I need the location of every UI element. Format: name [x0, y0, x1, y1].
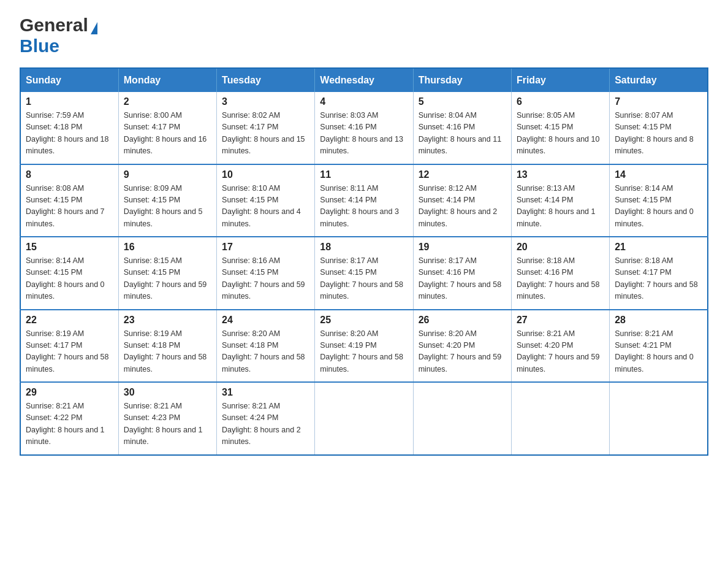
day-info: Sunrise: 8:18 AMSunset: 4:17 PMDaylight:…: [615, 256, 698, 301]
weekday-header-monday: Monday: [118, 68, 216, 92]
day-number: 6: [517, 96, 604, 107]
day-info: Sunrise: 8:07 AMSunset: 4:15 PMDaylight:…: [615, 111, 694, 155]
calendar-week-3: 15 Sunrise: 8:14 AMSunset: 4:15 PMDaylig…: [20, 237, 708, 310]
calendar-week-5: 29 Sunrise: 8:21 AMSunset: 4:22 PMDaylig…: [20, 382, 708, 455]
day-info: Sunrise: 8:08 AMSunset: 4:15 PMDaylight:…: [26, 184, 105, 228]
day-info: Sunrise: 8:02 AMSunset: 4:17 PMDaylight:…: [222, 111, 305, 155]
day-number: 1: [26, 96, 113, 107]
calendar-cell: 19 Sunrise: 8:17 AMSunset: 4:16 PMDaylig…: [413, 237, 511, 310]
calendar-cell: 31 Sunrise: 8:21 AMSunset: 4:24 PMDaylig…: [217, 382, 315, 455]
day-number: 2: [124, 96, 211, 107]
calendar-cell: 16 Sunrise: 8:15 AMSunset: 4:15 PMDaylig…: [118, 237, 216, 310]
calendar-cell: 20 Sunrise: 8:18 AMSunset: 4:16 PMDaylig…: [511, 237, 609, 310]
calendar-cell: 7 Sunrise: 8:07 AMSunset: 4:15 PMDayligh…: [610, 92, 708, 164]
day-info: Sunrise: 8:19 AMSunset: 4:17 PMDaylight:…: [26, 329, 109, 373]
calendar-week-2: 8 Sunrise: 8:08 AMSunset: 4:15 PMDayligh…: [20, 164, 708, 237]
weekday-header-friday: Friday: [511, 68, 609, 92]
day-info: Sunrise: 8:14 AMSunset: 4:15 PMDaylight:…: [26, 256, 105, 301]
calendar-cell: 11 Sunrise: 8:11 AMSunset: 4:14 PMDaylig…: [315, 164, 413, 237]
calendar-week-4: 22 Sunrise: 8:19 AMSunset: 4:17 PMDaylig…: [20, 310, 708, 383]
day-info: Sunrise: 8:04 AMSunset: 4:16 PMDaylight:…: [419, 111, 502, 155]
day-info: Sunrise: 8:16 AMSunset: 4:15 PMDaylight:…: [222, 256, 305, 301]
day-info: Sunrise: 8:15 AMSunset: 4:15 PMDaylight:…: [124, 256, 207, 301]
day-number: 30: [124, 387, 211, 398]
calendar-table: SundayMondayTuesdayWednesdayThursdayFrid…: [20, 67, 708, 456]
calendar-header-row: SundayMondayTuesdayWednesdayThursdayFrid…: [20, 68, 708, 92]
day-info: Sunrise: 8:21 AMSunset: 4:23 PMDaylight:…: [124, 402, 203, 446]
day-info: Sunrise: 8:14 AMSunset: 4:15 PMDaylight:…: [615, 184, 694, 228]
weekday-header-wednesday: Wednesday: [315, 68, 413, 92]
calendar-cell: 5 Sunrise: 8:04 AMSunset: 4:16 PMDayligh…: [413, 92, 511, 164]
day-info: Sunrise: 8:12 AMSunset: 4:14 PMDaylight:…: [419, 184, 498, 228]
day-info: Sunrise: 8:17 AMSunset: 4:16 PMDaylight:…: [419, 256, 502, 301]
day-number: 23: [124, 315, 211, 326]
logo-general-text: General: [20, 15, 88, 36]
day-info: Sunrise: 8:11 AMSunset: 4:14 PMDaylight:…: [320, 184, 399, 228]
calendar-cell: 25 Sunrise: 8:20 AMSunset: 4:19 PMDaylig…: [315, 310, 413, 383]
weekday-header-thursday: Thursday: [413, 68, 511, 92]
day-number: 15: [26, 242, 113, 253]
day-info: Sunrise: 8:03 AMSunset: 4:16 PMDaylight:…: [320, 111, 403, 155]
calendar-cell: 13 Sunrise: 8:13 AMSunset: 4:14 PMDaylig…: [511, 164, 609, 237]
day-info: Sunrise: 8:19 AMSunset: 4:18 PMDaylight:…: [124, 329, 207, 373]
day-number: 18: [320, 242, 408, 253]
day-number: 10: [222, 169, 309, 180]
logo-blue-text: Blue: [20, 36, 59, 56]
calendar-cell: [511, 382, 609, 455]
day-number: 8: [26, 169, 113, 180]
calendar-cell: 30 Sunrise: 8:21 AMSunset: 4:23 PMDaylig…: [118, 382, 216, 455]
calendar-cell: 28 Sunrise: 8:21 AMSunset: 4:21 PMDaylig…: [610, 310, 708, 383]
day-number: 16: [124, 242, 211, 253]
day-number: 21: [615, 242, 702, 253]
day-number: 12: [419, 169, 506, 180]
calendar-cell: 2 Sunrise: 8:00 AMSunset: 4:17 PMDayligh…: [118, 92, 216, 164]
page-header: General Blue: [20, 15, 708, 56]
day-info: Sunrise: 8:21 AMSunset: 4:21 PMDaylight:…: [615, 329, 694, 373]
calendar-cell: 4 Sunrise: 8:03 AMSunset: 4:16 PMDayligh…: [315, 92, 413, 164]
day-number: 14: [615, 169, 702, 180]
day-number: 20: [517, 242, 604, 253]
day-number: 24: [222, 315, 309, 326]
calendar-cell: 8 Sunrise: 8:08 AMSunset: 4:15 PMDayligh…: [20, 164, 118, 237]
day-info: Sunrise: 7:59 AMSunset: 4:18 PMDaylight:…: [26, 111, 109, 155]
calendar-cell: 3 Sunrise: 8:02 AMSunset: 4:17 PMDayligh…: [217, 92, 315, 164]
day-number: 26: [419, 315, 506, 326]
logo: General Blue: [20, 15, 97, 56]
day-number: 25: [320, 315, 408, 326]
calendar-cell: [610, 382, 708, 455]
calendar-cell: 1 Sunrise: 7:59 AMSunset: 4:18 PMDayligh…: [20, 92, 118, 164]
day-number: 4: [320, 96, 408, 107]
day-info: Sunrise: 8:21 AMSunset: 4:20 PMDaylight:…: [517, 329, 600, 373]
day-number: 9: [124, 169, 211, 180]
day-number: 22: [26, 315, 113, 326]
calendar-cell: 26 Sunrise: 8:20 AMSunset: 4:20 PMDaylig…: [413, 310, 511, 383]
calendar-cell: 22 Sunrise: 8:19 AMSunset: 4:17 PMDaylig…: [20, 310, 118, 383]
day-info: Sunrise: 8:21 AMSunset: 4:22 PMDaylight:…: [26, 402, 105, 446]
day-info: Sunrise: 8:17 AMSunset: 4:15 PMDaylight:…: [320, 256, 403, 301]
day-info: Sunrise: 8:21 AMSunset: 4:24 PMDaylight:…: [222, 402, 301, 446]
calendar-cell: 18 Sunrise: 8:17 AMSunset: 4:15 PMDaylig…: [315, 237, 413, 310]
weekday-header-saturday: Saturday: [610, 68, 708, 92]
day-number: 11: [320, 169, 408, 180]
day-number: 13: [517, 169, 604, 180]
day-info: Sunrise: 8:10 AMSunset: 4:15 PMDaylight:…: [222, 184, 301, 228]
calendar-cell: [315, 382, 413, 455]
day-info: Sunrise: 8:09 AMSunset: 4:15 PMDaylight:…: [124, 184, 203, 228]
calendar-cell: 10 Sunrise: 8:10 AMSunset: 4:15 PMDaylig…: [217, 164, 315, 237]
weekday-header-sunday: Sunday: [20, 68, 118, 92]
day-info: Sunrise: 8:20 AMSunset: 4:19 PMDaylight:…: [320, 329, 403, 373]
weekday-header-tuesday: Tuesday: [217, 68, 315, 92]
calendar-cell: 21 Sunrise: 8:18 AMSunset: 4:17 PMDaylig…: [610, 237, 708, 310]
calendar-cell: [413, 382, 511, 455]
calendar-cell: 14 Sunrise: 8:14 AMSunset: 4:15 PMDaylig…: [610, 164, 708, 237]
day-number: 3: [222, 96, 309, 107]
day-number: 17: [222, 242, 309, 253]
calendar-cell: 23 Sunrise: 8:19 AMSunset: 4:18 PMDaylig…: [118, 310, 216, 383]
calendar-cell: 12 Sunrise: 8:12 AMSunset: 4:14 PMDaylig…: [413, 164, 511, 237]
day-info: Sunrise: 8:00 AMSunset: 4:17 PMDaylight:…: [124, 111, 207, 155]
day-number: 19: [419, 242, 506, 253]
day-info: Sunrise: 8:20 AMSunset: 4:20 PMDaylight:…: [419, 329, 502, 373]
day-info: Sunrise: 8:18 AMSunset: 4:16 PMDaylight:…: [517, 256, 600, 301]
calendar-cell: 24 Sunrise: 8:20 AMSunset: 4:18 PMDaylig…: [217, 310, 315, 383]
calendar-cell: 29 Sunrise: 8:21 AMSunset: 4:22 PMDaylig…: [20, 382, 118, 455]
